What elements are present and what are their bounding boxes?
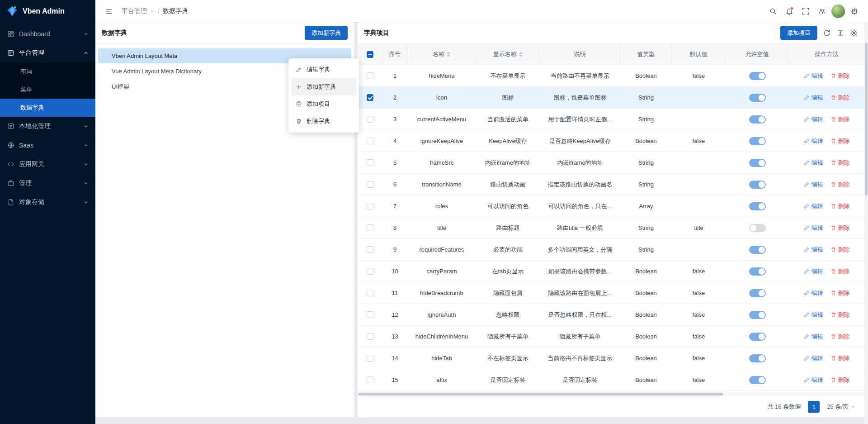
page-size-select[interactable]: 25 条/页 xyxy=(827,403,855,411)
delete-button[interactable]: 删除 xyxy=(830,94,850,102)
allow-null-toggle[interactable] xyxy=(749,333,766,341)
row-checkbox[interactable] xyxy=(367,72,373,79)
vertical-scrollbar[interactable] xyxy=(864,22,868,424)
allow-null-toggle[interactable] xyxy=(749,137,766,145)
table-row[interactable]: 6 transitionName 路由切换动画 指定该路由切换的动画名 Stri… xyxy=(358,174,864,195)
edit-button[interactable]: 编辑 xyxy=(804,115,823,124)
table-row[interactable]: 1 hideMenu 不在菜单显示 当前路由不再菜单显示 Boolean fal… xyxy=(358,65,864,87)
row-checkbox[interactable] xyxy=(367,116,373,123)
edit-button[interactable]: 编辑 xyxy=(804,94,823,102)
row-checkbox[interactable] xyxy=(367,268,373,275)
edit-button[interactable]: 编辑 xyxy=(804,267,823,276)
allow-null-toggle[interactable] xyxy=(749,202,766,210)
edit-button[interactable]: 编辑 xyxy=(804,311,823,319)
allow-null-toggle[interactable] xyxy=(749,159,766,167)
edit-button[interactable]: 编辑 xyxy=(804,289,823,297)
delete-button[interactable]: 删除 xyxy=(830,311,850,319)
table-row[interactable]: 10 carryParam 在tab页显示 如果该路由会携带参数... Bool… xyxy=(358,261,864,282)
table-row[interactable]: 3 currentActiveMenu 当前激活的菜单 用于配置详情页时左侧..… xyxy=(358,109,864,130)
row-height-button[interactable] xyxy=(836,29,844,37)
edit-button[interactable]: 编辑 xyxy=(804,202,823,210)
table-row[interactable]: 2 icon 图标 图标，也是菜单图标 String 编辑 删除 xyxy=(358,87,864,109)
refresh-button[interactable] xyxy=(823,29,831,37)
select-all-checkbox[interactable] xyxy=(367,51,373,58)
row-checkbox[interactable] xyxy=(367,138,373,144)
context-menu-item-add-dictionary[interactable]: 添加新字典 xyxy=(291,78,356,95)
row-checkbox[interactable] xyxy=(367,159,373,166)
allow-null-toggle[interactable] xyxy=(749,181,766,189)
allow-null-toggle[interactable] xyxy=(749,376,766,384)
delete-button[interactable]: 删除 xyxy=(830,202,850,210)
row-checkbox[interactable] xyxy=(367,290,373,296)
delete-button[interactable]: 删除 xyxy=(830,224,850,232)
edit-button[interactable]: 编辑 xyxy=(804,376,823,384)
table-row[interactable]: 8 title 路由标题 路由title 一般必填 String title 编… xyxy=(358,217,864,239)
table-row[interactable]: 13 hideChildrenInMenu 隐藏所有子菜单 隐藏所有子菜单 Bo… xyxy=(358,326,864,348)
fullscreen-button[interactable] xyxy=(798,4,813,19)
vertical-scrollbar-thumb[interactable] xyxy=(865,43,868,195)
table-row[interactable]: 14 hideTab 不在标签页显示 当前路由不再标签页显示 Boolean f… xyxy=(358,348,864,369)
page-number-button[interactable]: 1 xyxy=(808,401,820,413)
allow-null-toggle[interactable] xyxy=(749,72,766,80)
horizontal-scrollbar-thumb[interactable] xyxy=(359,393,723,395)
table-row[interactable]: 9 requiredFeatures 必要的功能 多个功能间用英文，分隔 Str… xyxy=(358,239,864,261)
delete-button[interactable]: 删除 xyxy=(830,354,850,362)
row-checkbox[interactable] xyxy=(367,203,373,210)
context-menu-item-delete-dictionary[interactable]: 删除字典 xyxy=(291,113,356,130)
edit-button[interactable]: 编辑 xyxy=(804,72,823,80)
edit-button[interactable]: 编辑 xyxy=(804,159,823,167)
translate-button[interactable] xyxy=(815,4,829,19)
edit-button[interactable]: 编辑 xyxy=(804,354,823,362)
search-button[interactable] xyxy=(766,4,780,19)
allow-null-toggle[interactable] xyxy=(749,354,766,362)
delete-button[interactable]: 删除 xyxy=(830,115,850,124)
table-row[interactable]: 4 ignoreKeepAlive KeepAlive缓存 是否忽略KeepAl… xyxy=(358,130,864,152)
sidebar-item-menu[interactable]: 菜单 xyxy=(0,81,95,99)
allow-null-toggle[interactable] xyxy=(749,115,766,124)
preferences-button[interactable] xyxy=(847,4,862,19)
menu-collapse-button[interactable] xyxy=(102,4,116,19)
breadcrumb-parent[interactable]: 平台管理 xyxy=(122,7,147,15)
table-row[interactable]: 11 hideBreadcrumb 隐藏面包屑 隐藏该路由在面包屑上... Bo… xyxy=(358,282,864,304)
notification-button[interactable] xyxy=(782,4,797,19)
table-row[interactable]: 15 affix 是否固定标签 是否固定标签 Boolean false 编辑 … xyxy=(358,369,864,391)
sidebar-item-layout[interactable]: 布局 xyxy=(0,62,95,81)
user-menu-button[interactable] xyxy=(831,4,845,19)
row-checkbox[interactable] xyxy=(367,224,373,231)
allow-null-toggle[interactable] xyxy=(749,289,766,297)
context-menu-item-add-item[interactable]: 添加项目 xyxy=(291,95,356,113)
sidebar-item-app-gateway[interactable]: 应用网关 xyxy=(0,155,95,174)
allow-null-toggle[interactable] xyxy=(749,94,766,102)
delete-button[interactable]: 删除 xyxy=(830,72,850,80)
row-checkbox[interactable] xyxy=(367,355,373,362)
row-checkbox[interactable] xyxy=(367,311,373,318)
add-item-button[interactable]: 添加项目 xyxy=(780,26,817,40)
table-settings-button[interactable] xyxy=(850,29,858,37)
sidebar-item-dashboard[interactable]: Dashboard xyxy=(0,24,95,43)
horizontal-scrollbar[interactable] xyxy=(358,392,864,396)
row-checkbox[interactable] xyxy=(367,246,373,253)
row-checkbox[interactable] xyxy=(367,94,373,101)
edit-button[interactable]: 编辑 xyxy=(804,224,823,232)
allow-null-toggle[interactable] xyxy=(749,267,766,276)
delete-button[interactable]: 删除 xyxy=(830,137,850,145)
table-row[interactable]: 5 frameSrc 内嵌iframe的地址 内嵌iframe的地址 Strin… xyxy=(358,152,864,174)
delete-button[interactable]: 删除 xyxy=(830,333,850,341)
delete-button[interactable]: 删除 xyxy=(830,267,850,276)
delete-button[interactable]: 删除 xyxy=(830,181,850,189)
edit-button[interactable]: 编辑 xyxy=(804,181,823,189)
sort-toggle[interactable] xyxy=(519,52,523,57)
allow-null-toggle[interactable] xyxy=(749,224,766,232)
sidebar-item-platform-management[interactable]: 平台管理 xyxy=(0,43,95,62)
edit-button[interactable]: 编辑 xyxy=(804,333,823,341)
sidebar-item-saas[interactable]: Saas xyxy=(0,136,95,155)
add-dictionary-button[interactable]: 添加新字典 xyxy=(305,26,348,40)
delete-button[interactable]: 删除 xyxy=(830,289,850,297)
sidebar-item-object-storage[interactable]: 对象存储 xyxy=(0,193,95,212)
context-menu-item-edit-dictionary[interactable]: 编辑字典 xyxy=(291,61,356,78)
row-checkbox[interactable] xyxy=(367,376,373,383)
delete-button[interactable]: 删除 xyxy=(830,159,850,167)
allow-null-toggle[interactable] xyxy=(749,246,766,254)
sidebar-item-management[interactable]: 管理 xyxy=(0,174,95,193)
row-checkbox[interactable] xyxy=(367,333,373,340)
